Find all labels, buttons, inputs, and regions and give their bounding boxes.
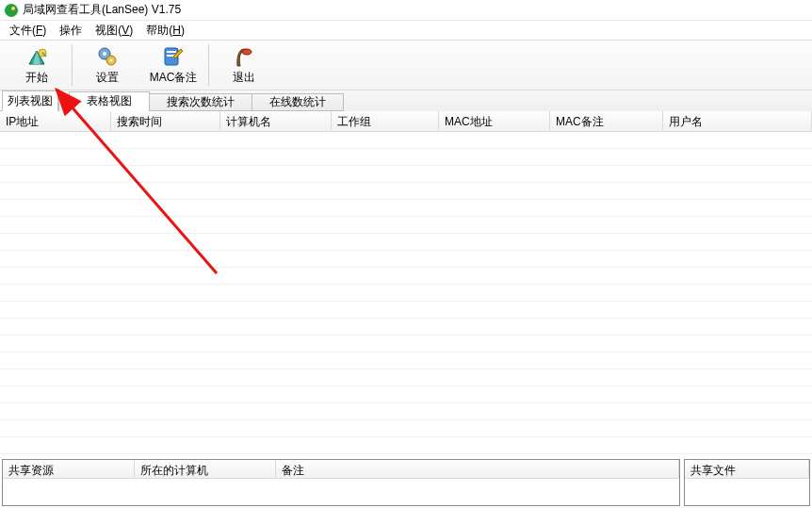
grid-row bbox=[0, 132, 812, 149]
tab-label: 搜索次数统计 bbox=[167, 94, 235, 110]
grid-row bbox=[0, 420, 812, 437]
menu-action[interactable]: 操作 bbox=[54, 21, 88, 41]
menu-view[interactable]: 视图(V) bbox=[89, 21, 138, 41]
grid-row bbox=[0, 251, 812, 268]
col-host[interactable]: 所在的计算机 bbox=[135, 460, 276, 478]
left-tab-list-view[interactable]: 列表视图 bbox=[2, 90, 58, 111]
gear-icon bbox=[96, 45, 119, 68]
macnote-button[interactable]: MAC备注 bbox=[140, 41, 206, 90]
top-tab-bar: 表格视图 搜索次数统计 在线数统计 bbox=[58, 90, 812, 111]
grid-row bbox=[0, 183, 812, 200]
col-mac[interactable]: MAC地址 bbox=[439, 111, 550, 131]
grid-row bbox=[0, 369, 812, 386]
window-title: 局域网查看工具(LanSee) V1.75 bbox=[23, 2, 181, 18]
grid-row bbox=[0, 200, 812, 217]
tab-label: 表格视图 bbox=[87, 93, 132, 109]
svg-point-8 bbox=[109, 58, 112, 61]
toolbar-separator bbox=[72, 44, 73, 86]
macnote-label: MAC备注 bbox=[150, 70, 198, 86]
col-ip[interactable]: IP地址 bbox=[0, 111, 111, 131]
exit-label: 退出 bbox=[233, 70, 255, 86]
grid-header: IP地址 搜索时间 计算机名 工作组 MAC地址 MAC备注 用户名 bbox=[0, 111, 812, 132]
grid-row bbox=[0, 319, 812, 336]
col-share[interactable]: 共享资源 bbox=[3, 460, 135, 478]
svg-point-6 bbox=[103, 52, 106, 56]
start-button[interactable]: 开始 bbox=[4, 41, 70, 90]
grid-row bbox=[0, 285, 812, 302]
grid-row bbox=[0, 234, 812, 251]
grid-row bbox=[0, 217, 812, 234]
col-shared-file[interactable]: 共享文件 bbox=[685, 460, 809, 478]
title-bar: 局域网查看工具(LanSee) V1.75 bbox=[0, 0, 812, 21]
settings-button[interactable]: 设置 bbox=[74, 41, 140, 90]
panel-header: 共享文件 bbox=[685, 460, 809, 479]
left-tab-label: 列表视图 bbox=[8, 93, 53, 109]
panel-shared-files: 共享文件 bbox=[684, 459, 810, 506]
main-area: IP地址 搜索时间 计算机名 工作组 MAC地址 MAC备注 用户名 bbox=[0, 111, 812, 457]
col-group[interactable]: 工作组 bbox=[332, 111, 439, 131]
bottom-panels: 共享资源 所在的计算机 备注 共享文件 bbox=[0, 457, 812, 508]
tab-bar: 列表视图 表格视图 搜索次数统计 在线数统计 bbox=[0, 90, 812, 111]
menu-help[interactable]: 帮助(H) bbox=[140, 21, 190, 41]
tab-search-stats[interactable]: 搜索次数统计 bbox=[149, 93, 252, 111]
grid-row bbox=[0, 403, 812, 420]
grid-row bbox=[0, 352, 812, 369]
svg-rect-10 bbox=[167, 51, 176, 53]
data-grid[interactable]: IP地址 搜索时间 计算机名 工作组 MAC地址 MAC备注 用户名 bbox=[0, 111, 812, 457]
col-user[interactable]: 用户名 bbox=[663, 111, 812, 131]
note-icon bbox=[162, 45, 185, 68]
grid-row bbox=[0, 437, 812, 454]
grid-row bbox=[0, 268, 812, 285]
start-label: 开始 bbox=[25, 70, 48, 86]
grid-row bbox=[0, 302, 812, 319]
col-time[interactable]: 搜索时间 bbox=[111, 111, 220, 131]
menu-file[interactable]: 文件(F) bbox=[4, 21, 52, 41]
tab-grid-view[interactable]: 表格视图 bbox=[69, 91, 150, 111]
col-macnote[interactable]: MAC备注 bbox=[550, 111, 663, 131]
exit-icon bbox=[233, 45, 255, 68]
tab-label: 在线数统计 bbox=[269, 94, 326, 110]
start-icon bbox=[25, 45, 48, 68]
panel-header: 共享资源 所在的计算机 备注 bbox=[3, 460, 679, 479]
toolbar: 开始 设置 MAC备注 bbox=[0, 40, 812, 90]
panel-shared-resources: 共享资源 所在的计算机 备注 bbox=[2, 459, 680, 506]
settings-label: 设置 bbox=[96, 70, 119, 86]
menu-bar: 文件(F) 操作 视图(V) 帮助(H) bbox=[0, 21, 812, 40]
col-host[interactable]: 计算机名 bbox=[220, 111, 332, 131]
exit-button[interactable]: 退出 bbox=[211, 41, 277, 90]
grid-row bbox=[0, 149, 812, 166]
app-icon bbox=[4, 3, 19, 18]
tab-online-stats[interactable]: 在线数统计 bbox=[252, 93, 344, 111]
col-remark[interactable]: 备注 bbox=[276, 460, 679, 478]
grid-row bbox=[0, 386, 812, 403]
toolbar-separator bbox=[208, 44, 209, 86]
grid-body bbox=[0, 132, 812, 457]
svg-point-12 bbox=[242, 49, 252, 55]
grid-row bbox=[0, 166, 812, 183]
grid-row bbox=[0, 336, 812, 352]
